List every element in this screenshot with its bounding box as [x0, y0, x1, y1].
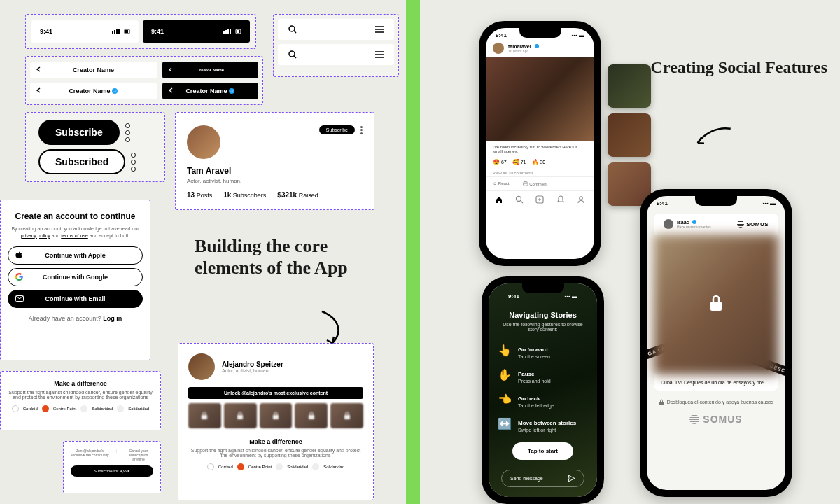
diff-body: Support the fight against childhood canc…	[188, 448, 363, 458]
send-message-input[interactable]: Send message	[501, 470, 584, 487]
svg-point-20	[517, 197, 522, 202]
gallery-thumb[interactable]	[608, 64, 651, 108]
svg-rect-17	[273, 415, 279, 419]
header-back-light[interactable]: Creator Name	[30, 62, 157, 78]
more-icon[interactable]	[360, 126, 363, 134]
svg-rect-0	[112, 31, 113, 34]
privacy-link[interactable]: privacy policy	[21, 233, 50, 238]
terms-link[interactable]: terms of use	[61, 233, 88, 238]
locked-thumb[interactable]	[330, 403, 363, 428]
reaction[interactable]: 😍 67	[493, 159, 507, 165]
arrow-icon	[690, 114, 739, 159]
handwriting-left: Building the core elements of the App	[195, 235, 349, 279]
header-verified-light[interactable]: Creator Name	[30, 83, 157, 99]
header-title: Creator Name	[73, 66, 114, 74]
time: 9:41	[496, 32, 507, 38]
tap-to-start-button[interactable]: Tap to start	[512, 442, 573, 460]
more-icon[interactable]	[125, 123, 130, 142]
continue-google-button[interactable]: Continue with Google	[8, 268, 143, 286]
post-time: 10 hours ago	[508, 49, 539, 53]
tiny-subscribe-card: Join @alejandro's exclusive fan communit…	[63, 441, 161, 493]
svg-rect-19	[344, 415, 350, 419]
chevron-left-icon[interactable]	[36, 88, 41, 94]
header-title: Creator Name	[197, 68, 224, 72]
continue-email-button[interactable]: Continue with Email	[8, 290, 143, 308]
svg-rect-3	[118, 29, 120, 34]
svg-rect-5	[125, 30, 128, 33]
comment-button[interactable]: 💬 Comment	[523, 181, 547, 186]
stat-subscribers: 1k Subscribers	[223, 191, 266, 199]
chevron-left-icon[interactable]	[168, 88, 174, 94]
statusbar-light: 9:41	[31, 20, 139, 43]
subscribe-button[interactable]: Subscribe	[38, 120, 120, 145]
subscribe-button-small[interactable]: Subscribe	[319, 125, 355, 134]
add-icon[interactable]	[536, 195, 544, 204]
svg-rect-6	[223, 31, 225, 34]
post-image[interactable]	[486, 57, 594, 141]
unlock-banner[interactable]: Unlock @alejandro's most exclusive conte…	[188, 387, 363, 399]
svg-rect-16	[237, 415, 243, 419]
gesture-back: 👈Go backTap the left edge	[498, 391, 587, 408]
subscribed-button[interactable]: Subscribed	[38, 149, 125, 174]
svg-point-13	[289, 51, 295, 57]
locked-thumb[interactable]	[295, 403, 328, 428]
more-icon[interactable]	[131, 153, 136, 172]
status-icons: ••• ▬	[564, 293, 578, 300]
locked-thumb[interactable]	[224, 403, 257, 428]
home-icon[interactable]	[495, 195, 503, 204]
menu-icon[interactable]	[374, 25, 384, 34]
avatar[interactable]	[664, 219, 673, 229]
svg-rect-7	[225, 30, 227, 34]
profile-card: Subscribe Tam Aravel Actor, activist, hu…	[175, 112, 374, 210]
creator-name: Alejandro Speitzer	[222, 360, 284, 368]
chevron-left-icon[interactable]	[36, 66, 41, 74]
reaction[interactable]: 🥰 71	[512, 159, 526, 165]
avatar[interactable]	[493, 43, 504, 54]
chevron-left-icon[interactable]	[168, 67, 173, 73]
stat-raised: $321k Raised	[277, 191, 318, 199]
lock-icon	[708, 294, 724, 315]
svg-rect-2	[116, 29, 118, 34]
view-comments[interactable]: View all 10 comments	[486, 169, 594, 176]
send-icon[interactable]	[568, 475, 575, 482]
somus-brand: SOMUS	[647, 414, 785, 425]
header-back-dark-sm[interactable]: Creator Name	[162, 62, 258, 78]
signup-card: Create an account to continue By creatin…	[0, 200, 150, 360]
post-user[interactable]: isaac Hace unos momentos	[664, 219, 711, 229]
searchbar[interactable]	[278, 19, 394, 40]
avatar[interactable]	[188, 354, 215, 380]
post-caption: I've been incredibly fun to westerner! H…	[486, 141, 594, 155]
search-icon[interactable]	[288, 50, 298, 59]
diff-body: Support the fight against childhood canc…	[8, 390, 153, 400]
post-header[interactable]: tamaravel 10 hours ago	[486, 40, 594, 57]
locked-thumb[interactable]	[188, 403, 221, 428]
org-icon	[42, 405, 49, 412]
gallery-thumb[interactable]	[608, 113, 651, 157]
globe-icon	[690, 414, 699, 424]
menu-icon[interactable]	[374, 50, 384, 59]
subscribe-price-button[interactable]: Subscribe for 4,99€	[71, 465, 153, 477]
svg-rect-18	[309, 415, 314, 419]
profile-bio: Actor, activist, human.	[187, 178, 363, 184]
profile-icon[interactable]	[577, 195, 585, 204]
reaction[interactable]: 🔥 30	[532, 159, 546, 165]
react-button[interactable]: ☺ React	[493, 181, 509, 186]
org-icon	[237, 463, 244, 470]
searchbar[interactable]	[278, 44, 394, 65]
svg-rect-23	[710, 302, 722, 311]
locked-thumb[interactable]	[260, 403, 293, 428]
login-link[interactable]: Log in	[103, 315, 122, 322]
search-icon[interactable]	[288, 24, 298, 34]
header-verified-dark[interactable]: Creator Name	[162, 83, 258, 99]
continue-apple-button[interactable]: Continue with Apple	[8, 246, 143, 265]
bell-icon[interactable]	[556, 195, 565, 204]
header-group: Creator Name Creator Name Creator Name C…	[25, 56, 263, 105]
searchbar-group	[273, 14, 399, 77]
header-title: Creator Name	[186, 88, 227, 94]
avatar[interactable]	[187, 125, 220, 159]
header-title: Creator Name	[69, 88, 110, 94]
diff-title: Make a difference	[188, 438, 363, 445]
statusbar-group: 9:41 9:41	[25, 14, 256, 49]
apple-icon	[15, 251, 23, 260]
search-icon[interactable]	[515, 195, 524, 204]
